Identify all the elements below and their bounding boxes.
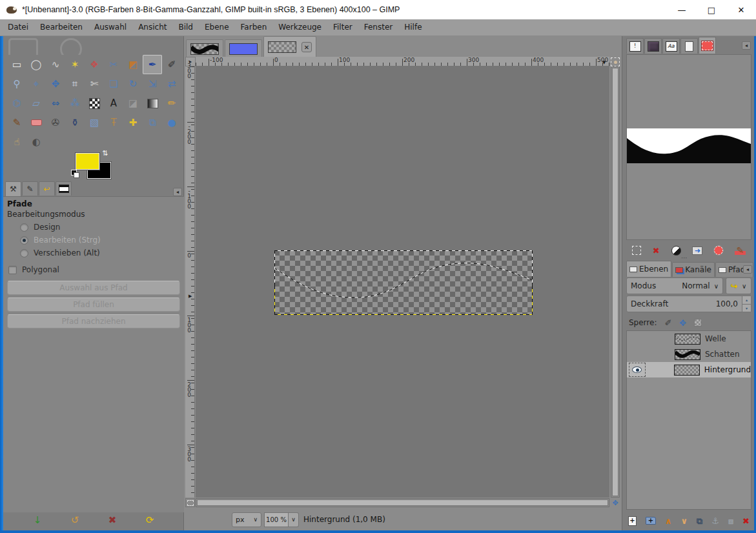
- unit-dropdown[interactable]: px ∨: [232, 512, 261, 527]
- zoom-tool[interactable]: ⚲: [7, 74, 26, 94]
- radio-button[interactable]: [20, 249, 28, 257]
- new-layer-group-button[interactable]: +: [646, 517, 656, 525]
- mypaint-brush-tool[interactable]: ▧: [85, 113, 104, 132]
- handle-transform-tool[interactable]: ⌬: [7, 94, 26, 113]
- free-select-tool[interactable]: ∿: [46, 55, 65, 74]
- rotate-tool[interactable]: ↻: [123, 74, 143, 94]
- vertical-scrollbar-thumb[interactable]: [612, 68, 618, 496]
- pencil-tool[interactable]: ✏: [162, 94, 181, 113]
- foreground-color-swatch[interactable]: [76, 153, 99, 170]
- ellipse-select-tool[interactable]: ◯: [26, 55, 46, 74]
- eraser-tool[interactable]: [26, 113, 46, 132]
- pattern-tool[interactable]: [85, 94, 104, 113]
- polygonal-checkbox[interactable]: [8, 266, 17, 274]
- minimize-button[interactable]: —: [667, 0, 697, 19]
- tab-undo-history[interactable]: ↩: [39, 181, 55, 196]
- navigation-icon[interactable]: ✥: [611, 498, 620, 507]
- menu-item[interactable]: Fenster: [358, 19, 399, 35]
- tab-tool-options[interactable]: ⚒: [5, 181, 21, 196]
- image-tab-schatten[interactable]: [186, 39, 223, 57]
- scale-tool[interactable]: ⇲: [143, 74, 162, 94]
- tab-document-history[interactable]: [680, 38, 698, 54]
- image-canvas[interactable]: [274, 250, 533, 315]
- clone-tool[interactable]: Ŧ: [104, 113, 123, 132]
- airbrush-tool[interactable]: ✇: [46, 113, 65, 132]
- zoom-level-input[interactable]: 100 %: [264, 512, 289, 527]
- tab-selection-editor[interactable]: [699, 37, 716, 54]
- duplicate-layer-button[interactable]: ⧉: [697, 517, 702, 525]
- blur-sharpen-tool[interactable]: ●: [162, 113, 181, 132]
- smudge-tool[interactable]: ☝: [7, 132, 26, 152]
- shear-tool[interactable]: ⇄: [162, 74, 181, 94]
- menu-item[interactable]: Hilfe: [398, 19, 427, 35]
- menu-item[interactable]: Bearbeiten: [34, 19, 88, 35]
- select-by-color-tool[interactable]: ❖: [85, 55, 104, 74]
- close-image-tab-icon[interactable]: ✕: [301, 42, 312, 52]
- rectangle-select-tool[interactable]: ▭: [7, 55, 26, 74]
- raise-layer-button[interactable]: ∧: [665, 517, 672, 525]
- tab-patterns[interactable]: [644, 38, 662, 54]
- visibility-toggle[interactable]: [629, 332, 645, 345]
- vertical-scrollbar[interactable]: [611, 66, 620, 498]
- delete-tool-preset-button[interactable]: ✖: [108, 516, 117, 525]
- selection-to-path-button[interactable]: [714, 246, 723, 255]
- horizontal-ruler[interactable]: ▼ -100 0 100 200 300 400 500: [196, 57, 609, 66]
- scissors-select-tool[interactable]: ✂: [104, 55, 123, 74]
- maximize-button[interactable]: □: [697, 0, 726, 19]
- menu-item[interactable]: Filter: [327, 19, 358, 35]
- horizontal-scrollbar-thumb[interactable]: [197, 499, 608, 506]
- collapse-dock-icon[interactable]: ◂: [743, 265, 752, 274]
- layer-row[interactable]: Welle: [627, 331, 751, 347]
- horizontal-scrollbar[interactable]: [196, 498, 609, 507]
- default-colors-icon[interactable]: [71, 170, 79, 178]
- tab-images[interactable]: [56, 181, 72, 196]
- panel-tab[interactable]: Ebenen: [626, 261, 671, 277]
- menu-item[interactable]: Auswahl: [88, 19, 132, 35]
- path-curve[interactable]: [274, 250, 533, 315]
- move-tool[interactable]: ✥: [46, 74, 65, 94]
- color-picker-tool[interactable]: ✐: [162, 55, 181, 74]
- gradient-tool[interactable]: [143, 94, 162, 113]
- perspective-tool[interactable]: ▱: [26, 94, 46, 113]
- new-layer-button[interactable]: +: [628, 516, 637, 526]
- layer-thumbnail[interactable]: [675, 349, 700, 360]
- image-tab-blau[interactable]: [225, 39, 262, 57]
- perspective-clone-tool[interactable]: ⧉: [143, 113, 162, 132]
- paintbrush-tool[interactable]: ✎: [7, 113, 26, 132]
- fuzzy-select-tool[interactable]: ✶: [65, 55, 85, 74]
- layer-mode-switch-button[interactable]: ↪ ∨: [726, 277, 751, 294]
- visibility-toggle[interactable]: [629, 348, 645, 361]
- tab-brushes[interactable]: !: [626, 38, 644, 54]
- spinner-up-icon[interactable]: ▴: [742, 296, 751, 305]
- dodge-burn-tool[interactable]: ◐: [26, 132, 46, 152]
- selection-from-path-button[interactable]: Auswahl aus Pfad: [7, 281, 180, 295]
- collapse-dock-icon[interactable]: ◂: [173, 188, 182, 196]
- lock-alpha-icon[interactable]: [694, 319, 702, 327]
- heal-tool[interactable]: ✚: [123, 113, 143, 132]
- canvas-viewport[interactable]: [196, 66, 609, 498]
- menu-item[interactable]: Ansicht: [132, 19, 172, 35]
- layer-row[interactable]: Schatten: [627, 347, 751, 362]
- layer-thumbnail[interactable]: [675, 334, 700, 345]
- zoom-dropdown-icon[interactable]: ∨: [289, 512, 299, 527]
- tab-device-status[interactable]: ✎: [22, 181, 38, 196]
- spinner-down-icon[interactable]: ▾: [742, 305, 751, 312]
- fill-path-button[interactable]: Pfad füllen: [7, 297, 180, 312]
- lock-pixels-icon[interactable]: ✐: [664, 318, 671, 328]
- bucket-fill-tool[interactable]: ◪: [123, 94, 143, 113]
- menu-item[interactable]: Bild: [172, 19, 199, 35]
- lower-layer-button[interactable]: ∨: [680, 517, 688, 525]
- menu-item[interactable]: Farben: [235, 19, 273, 35]
- select-none-button[interactable]: ✖: [653, 246, 660, 255]
- radio-button[interactable]: [20, 236, 28, 245]
- vertical-ruler[interactable]: ▶ -300 -200 -100 0 100 200 300: [185, 66, 195, 498]
- crop-tool[interactable]: ✄: [85, 74, 104, 94]
- reset-tool-options-button[interactable]: ⟳: [146, 516, 154, 525]
- anchor-layer-button[interactable]: ⚓: [711, 517, 719, 525]
- collapse-dock-icon[interactable]: ◂: [742, 41, 751, 50]
- flip-tool[interactable]: ⇔: [46, 94, 65, 113]
- menu-item[interactable]: Datei: [2, 19, 34, 35]
- delete-layer-button[interactable]: ✖: [742, 517, 750, 525]
- menu-item[interactable]: Werkzeuge: [272, 19, 327, 35]
- selection-editor-preview[interactable]: [626, 54, 751, 240]
